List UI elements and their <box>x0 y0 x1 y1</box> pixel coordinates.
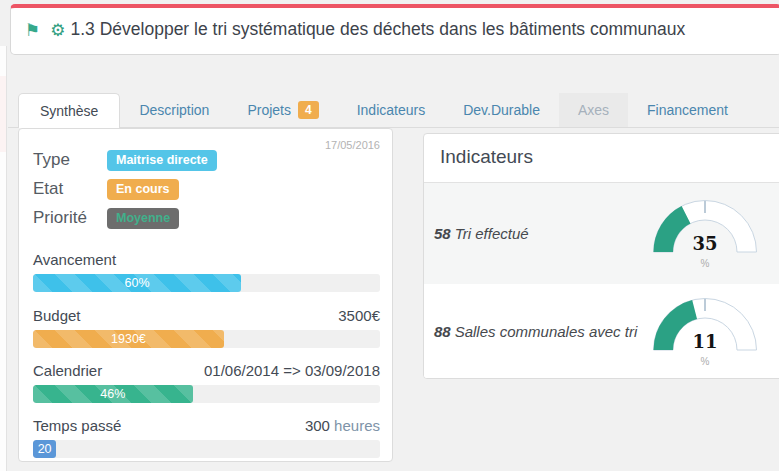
calendrier-progress-fill: 46% <box>33 385 193 403</box>
last-update-date: 17/05/2016 <box>325 139 380 151</box>
tab-description[interactable]: Description <box>120 93 228 127</box>
gauge-value: 11 <box>652 331 758 352</box>
tab-label: Projets <box>247 102 291 118</box>
budget-progress-fill: 1930€ <box>33 330 224 348</box>
etat-badge: En cours <box>107 179 179 200</box>
priorite-badge: Moyenne <box>107 208 179 229</box>
calendrier-progressbar: 46% <box>33 385 380 403</box>
temps-passe-total: 300 heures <box>305 417 380 434</box>
tab-label: Indicateurs <box>357 102 425 118</box>
tab-label: Axes <box>578 102 609 118</box>
tab-label: Synthèse <box>40 103 98 119</box>
budget-total: 3500€ <box>338 307 380 324</box>
flag-icon: ⚑ <box>25 21 40 40</box>
gauge-chart: 35 % <box>652 199 758 269</box>
gear-icon: ⚙ <box>50 21 65 40</box>
temps-passe-label: Temps passé <box>33 417 121 434</box>
tab-synthese[interactable]: Synthèse <box>18 93 120 128</box>
indicator-row: 88Salles communales avec tri 11 % <box>424 284 779 379</box>
calendrier-label: Calendrier <box>33 362 102 379</box>
indicators-title: Indicateurs <box>424 134 779 183</box>
indicator-name: Salles communales avec tri <box>455 323 638 340</box>
priorite-label: Priorité <box>33 208 107 228</box>
indicator-name: Tri effectué <box>455 225 529 242</box>
tab-axes[interactable]: Axes <box>559 93 628 127</box>
page-title: ⚑⚙1.3 Développer le tri systématique des… <box>15 16 769 44</box>
tab-projets[interactable]: Projets4 <box>228 93 337 127</box>
meta-row-type: Type Maitrise directe <box>33 149 217 171</box>
temps-passe-section: Temps passé 300 heures 20 <box>33 417 380 458</box>
indicator-id: 88 <box>434 323 451 340</box>
tab-label: Financement <box>647 102 728 118</box>
synthese-panel: 17/05/2016 Type Maitrise directe Etat En… <box>18 128 393 462</box>
meta-row-priorite: Priorité Moyenne <box>33 207 217 229</box>
avancement-progress-fill: 60% <box>33 274 241 292</box>
calendrier-dates: 01/06/2014 => 03/09/2018 <box>204 362 380 379</box>
tab-bar: Synthèse Description Projets4 Indicateur… <box>8 93 779 128</box>
gauge-chart: 11 % <box>652 297 758 367</box>
tab-dev-durable[interactable]: Dev.Durable <box>444 93 559 127</box>
page-title-text: 1.3 Développer le tri systématique des d… <box>71 19 686 39</box>
type-badge: Maitrise directe <box>107 150 217 171</box>
meta-list: Type Maitrise directe Etat En cours Prio… <box>33 149 217 236</box>
avancement-label: Avancement <box>33 251 116 268</box>
gauge-unit: % <box>652 258 758 269</box>
avancement-section: Avancement 60% <box>33 251 380 292</box>
tab-indicateurs[interactable]: Indicateurs <box>338 93 444 127</box>
budget-section: Budget 3500€ 1930€ <box>33 307 380 348</box>
type-label: Type <box>33 150 107 170</box>
budget-label: Budget <box>33 307 81 324</box>
projets-count-badge: 4 <box>298 101 319 119</box>
budget-progressbar: 1930€ <box>33 330 380 348</box>
calendrier-section: Calendrier 01/06/2014 => 03/09/2018 46% <box>33 362 380 403</box>
temps-passe-progress-fill: 20 <box>33 440 56 458</box>
etat-label: Etat <box>33 179 107 199</box>
project-header-card: ⚑⚙1.3 Développer le tri systématique des… <box>10 4 779 55</box>
gauge-unit: % <box>652 356 758 367</box>
temps-passe-progressbar: 20 <box>33 440 380 458</box>
underlying-panel-edge <box>0 46 7 471</box>
tab-label: Description <box>139 102 209 118</box>
tab-label: Dev.Durable <box>463 102 540 118</box>
meta-row-etat: Etat En cours <box>33 178 217 200</box>
indicators-panel: Indicateurs 58Tri effectué 35 % 88Salles… <box>423 133 779 379</box>
underlying-panel-tint <box>0 76 6 152</box>
gauge-value: 35 <box>652 233 758 254</box>
tab-financement[interactable]: Financement <box>628 93 747 127</box>
temps-passe-hours: 300 <box>305 417 330 434</box>
avancement-progressbar: 60% <box>33 274 380 292</box>
indicator-id: 58 <box>434 225 451 242</box>
temps-passe-unit: heures <box>330 417 380 434</box>
indicator-label: 58Tri effectué <box>434 225 529 242</box>
indicator-label: 88Salles communales avec tri <box>434 323 637 340</box>
indicator-row: 58Tri effectué 35 % <box>424 183 779 284</box>
